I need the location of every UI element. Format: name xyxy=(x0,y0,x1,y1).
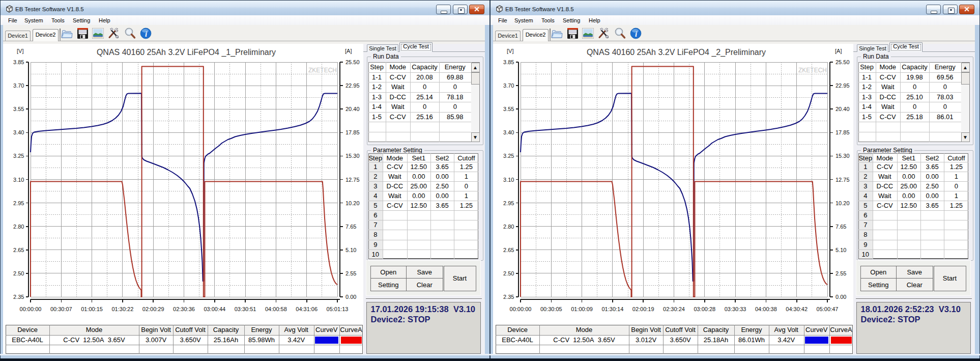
svg-text:QNAS 40160 25Ah 3.2V LiFePO4 _: QNAS 40160 25Ah 3.2V LiFePO4 _2_Prelimin… xyxy=(587,48,766,57)
svg-text:15.30: 15.30 xyxy=(345,153,360,159)
svg-text:01:00:15: 01:00:15 xyxy=(81,306,103,312)
svg-text:04:00:58: 04:00:58 xyxy=(265,306,287,312)
svg-text:02:30:36: 02:30:36 xyxy=(173,306,195,312)
svg-text:00:30:05: 00:30:05 xyxy=(540,306,562,312)
svg-text:0.00: 0.00 xyxy=(345,294,356,300)
svg-text:04:30:42: 04:30:42 xyxy=(786,306,808,312)
svg-text:04:31:06: 04:31:06 xyxy=(296,306,318,312)
svg-text:22.95: 22.95 xyxy=(835,82,850,89)
svg-text:00:30:07: 00:30:07 xyxy=(50,306,72,312)
svg-text:17.85: 17.85 xyxy=(835,129,850,135)
svg-text:15.30: 15.30 xyxy=(835,153,850,159)
svg-text:2.50: 2.50 xyxy=(13,270,24,276)
svg-text:3.70: 3.70 xyxy=(503,82,514,89)
svg-text:2.55: 2.55 xyxy=(835,270,846,276)
svg-text:[A]: [A] xyxy=(835,48,842,54)
svg-text:17.85: 17.85 xyxy=(345,129,360,135)
svg-text:12.75: 12.75 xyxy=(345,177,360,183)
svg-text:00:00:00: 00:00:00 xyxy=(20,306,42,312)
svg-text:05:01:13: 05:01:13 xyxy=(327,306,349,312)
svg-text:02:00:19: 02:00:19 xyxy=(632,306,654,312)
svg-text:[V]: [V] xyxy=(17,48,23,54)
svg-text:25.50: 25.50 xyxy=(345,59,360,65)
svg-text:3.70: 3.70 xyxy=(13,82,24,89)
svg-text:04:00:38: 04:00:38 xyxy=(755,306,777,312)
svg-text:03:00:28: 03:00:28 xyxy=(694,306,715,312)
svg-text:12.75: 12.75 xyxy=(835,177,850,183)
svg-text:0.00: 0.00 xyxy=(835,294,846,300)
svg-text:02:00:29: 02:00:29 xyxy=(142,306,164,312)
svg-text:2.95: 2.95 xyxy=(503,200,514,206)
svg-text:02:30:24: 02:30:24 xyxy=(663,306,685,312)
svg-text:[A]: [A] xyxy=(345,48,352,54)
svg-text:10.20: 10.20 xyxy=(345,200,360,206)
svg-text:2.35: 2.35 xyxy=(13,294,24,300)
svg-text:2.35: 2.35 xyxy=(503,294,514,300)
svg-text:3.10: 3.10 xyxy=(503,177,514,183)
svg-text:01:30:22: 01:30:22 xyxy=(111,306,133,312)
svg-text:5.10: 5.10 xyxy=(835,247,846,253)
svg-text:2.80: 2.80 xyxy=(503,224,514,230)
svg-text:2.95: 2.95 xyxy=(13,200,24,206)
svg-text:20.40: 20.40 xyxy=(345,106,360,112)
svg-text:01:00:09: 01:00:09 xyxy=(571,306,593,312)
svg-text:7.65: 7.65 xyxy=(835,224,846,230)
svg-text:3.25: 3.25 xyxy=(13,153,24,159)
svg-text:[V]: [V] xyxy=(507,48,513,54)
svg-text:2.50: 2.50 xyxy=(503,270,514,276)
svg-text:3.40: 3.40 xyxy=(13,129,24,135)
svg-text:10.20: 10.20 xyxy=(835,200,850,206)
svg-text:2.65: 2.65 xyxy=(503,247,514,253)
svg-text:2.65: 2.65 xyxy=(13,247,24,253)
svg-text:QNAS 40160 25Ah 3.2V LiFePO4 _: QNAS 40160 25Ah 3.2V LiFePO4 _1_Prelimin… xyxy=(97,48,276,57)
svg-text:5.10: 5.10 xyxy=(345,247,356,253)
svg-text:3.55: 3.55 xyxy=(503,106,514,112)
svg-text:3.55: 3.55 xyxy=(13,106,24,112)
svg-text:03:30:33: 03:30:33 xyxy=(725,306,746,312)
svg-text:3.40: 3.40 xyxy=(503,129,514,135)
svg-text:2.80: 2.80 xyxy=(13,224,24,230)
svg-text:ZKETECH: ZKETECH xyxy=(308,67,337,74)
svg-text:7.65: 7.65 xyxy=(345,224,356,230)
svg-text:00:00:00: 00:00:00 xyxy=(510,306,532,312)
svg-text:3.85: 3.85 xyxy=(503,59,514,65)
svg-text:03:30:51: 03:30:51 xyxy=(235,306,256,312)
svg-text:3.85: 3.85 xyxy=(13,59,24,65)
svg-text:25.50: 25.50 xyxy=(835,59,850,65)
svg-text:2.55: 2.55 xyxy=(345,270,356,276)
svg-text:ZKETECH: ZKETECH xyxy=(798,67,827,74)
svg-text:05:00:47: 05:00:47 xyxy=(817,306,839,312)
svg-text:03:00:44: 03:00:44 xyxy=(204,306,225,312)
svg-text:01:30:14: 01:30:14 xyxy=(601,306,623,312)
svg-text:22.95: 22.95 xyxy=(345,82,360,89)
svg-text:20.40: 20.40 xyxy=(835,106,850,112)
svg-text:3.25: 3.25 xyxy=(503,153,514,159)
svg-text:3.10: 3.10 xyxy=(13,177,24,183)
